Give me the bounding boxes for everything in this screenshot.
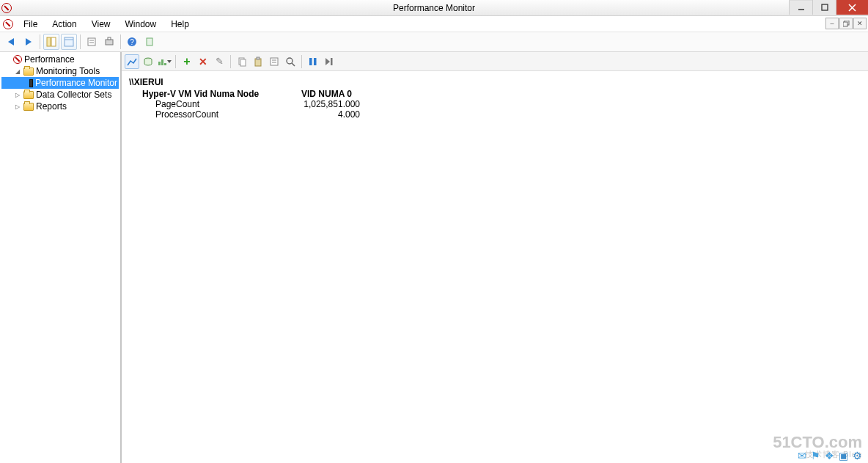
svg-rect-10 <box>88 38 95 45</box>
expander-icon[interactable] <box>3 56 11 64</box>
report-counter-row: PageCount 1,025,851.000 <box>129 99 861 109</box>
report-host: \\XIERUI <box>129 77 861 87</box>
expander-icon[interactable]: ▷ <box>13 103 21 111</box>
x-icon: ✕ <box>199 56 207 68</box>
counter-value: 4.000 <box>287 109 360 120</box>
tray-icon[interactable]: ✉ <box>798 450 806 462</box>
svg-marker-33 <box>326 58 330 65</box>
tree-performance-monitor[interactable]: Performance Monitor <box>1 77 119 89</box>
paste-icon <box>253 56 263 67</box>
tray-icons: ✉ ⚑ ❖ ▣ ⚙ <box>798 450 862 462</box>
export-icon <box>104 37 114 47</box>
update-button[interactable] <box>322 54 336 69</box>
view-log-button[interactable] <box>141 54 155 69</box>
mdi-close-button[interactable]: ✕ <box>853 18 867 29</box>
toolbar-separator <box>175 55 176 68</box>
expander-icon[interactable]: ◢ <box>13 68 21 76</box>
report-instance: VID NUMA 0 <box>287 89 352 99</box>
menu-view[interactable]: View <box>84 17 118 32</box>
zoom-button[interactable] <box>283 54 298 69</box>
tree-pane[interactable]: Performance ◢ Monitoring Tools Performan… <box>0 52 121 463</box>
app-icon-small <box>3 19 13 29</box>
svg-rect-14 <box>108 37 111 40</box>
zoom-icon <box>285 56 295 67</box>
tray-icon[interactable]: ⚙ <box>853 450 862 462</box>
tree-data-collector-sets[interactable]: ▷ Data Collector Sets <box>1 89 119 101</box>
app-icon <box>0 3 16 13</box>
add-counter-button[interactable]: + <box>180 54 194 69</box>
svg-rect-8 <box>65 37 73 46</box>
svg-rect-1 <box>822 4 828 10</box>
toolbar-separator <box>230 55 231 68</box>
forward-button[interactable] <box>21 34 37 50</box>
toolbar-separator <box>40 34 40 49</box>
menu-action[interactable]: Action <box>45 17 84 32</box>
content-pane: + ✕ ✎ \\XIERUI <box>121 52 868 463</box>
svg-rect-5 <box>843 22 847 26</box>
pause-icon <box>309 57 317 66</box>
perf-icon <box>13 55 22 64</box>
tray-icon[interactable]: ⚑ <box>811 450 820 462</box>
misc-button[interactable] <box>141 34 158 50</box>
counter-name: ProcessorCount <box>129 109 287 120</box>
paste-button[interactable] <box>251 54 265 69</box>
menu-help[interactable]: Help <box>163 17 196 32</box>
view-current-button[interactable] <box>125 54 139 69</box>
expander-spacer <box>25 79 27 87</box>
graphtype-icon <box>157 56 166 67</box>
maximize-button[interactable] <box>812 0 836 15</box>
doc-icon <box>144 37 155 47</box>
minimize-button[interactable] <box>789 0 812 15</box>
tray-icon[interactable]: ❖ <box>825 450 834 462</box>
mdi-minimize-button[interactable]: – <box>825 18 839 29</box>
tree-root-performance[interactable]: Performance <box>1 54 119 65</box>
change-graph-type-button[interactable] <box>157 54 172 69</box>
export-button[interactable] <box>101 34 117 50</box>
highlight-button[interactable]: ✎ <box>212 54 227 69</box>
tree-label: Data Collector Sets <box>36 90 111 100</box>
svg-rect-7 <box>51 37 56 46</box>
folder-icon <box>23 103 34 111</box>
perfmon-toolbar: + ✕ ✎ <box>122 52 868 71</box>
tree-label: Performance Monitor <box>35 78 117 88</box>
help-button[interactable]: ? <box>124 34 140 50</box>
show-hide-action-button[interactable] <box>61 34 77 50</box>
tree-reports[interactable]: ▷ Reports <box>1 101 119 112</box>
mdi-restore-button[interactable] <box>839 18 853 29</box>
tree-monitoring-tools[interactable]: ◢ Monitoring Tools <box>1 65 119 77</box>
report-category: Hyper-V VM Vid Numa Node <box>129 89 287 99</box>
body: Performance ◢ Monitoring Tools Performan… <box>0 52 868 463</box>
menu-file[interactable]: File <box>16 17 45 32</box>
properties-icon <box>87 37 97 47</box>
svg-rect-23 <box>240 59 246 66</box>
svg-point-29 <box>287 58 293 64</box>
tree-label: Performance <box>24 54 75 65</box>
svg-rect-13 <box>106 40 113 45</box>
copy-icon <box>237 56 247 67</box>
svg-line-30 <box>292 63 295 66</box>
svg-rect-26 <box>271 58 278 65</box>
menu-bar: File Action View Window Help – ✕ <box>0 16 868 32</box>
close-button[interactable] <box>836 0 868 15</box>
properties-button[interactable] <box>84 34 100 50</box>
mmc-toolbar: ? <box>0 32 868 52</box>
show-hide-tree-button[interactable] <box>43 34 59 50</box>
expander-icon[interactable]: ▷ <box>13 91 21 99</box>
menu-window[interactable]: Window <box>118 17 164 32</box>
freeze-button[interactable] <box>306 54 320 69</box>
counter-properties-button[interactable] <box>267 54 282 69</box>
title-bar: Performance Monitor <box>0 0 868 16</box>
log-icon <box>143 56 153 67</box>
tree-label: Reports <box>36 101 67 112</box>
tray-icon[interactable]: ▣ <box>839 450 848 462</box>
svg-rect-20 <box>161 59 163 65</box>
svg-rect-34 <box>331 58 333 65</box>
properties-icon <box>269 56 279 67</box>
delete-counter-button[interactable]: ✕ <box>196 54 210 69</box>
folder-icon <box>23 91 34 99</box>
counter-value: 1,025,851.000 <box>287 99 360 109</box>
svg-rect-19 <box>158 62 161 65</box>
back-button[interactable] <box>3 34 19 50</box>
pencil-icon: ✎ <box>216 56 224 67</box>
copy-button[interactable] <box>235 54 249 69</box>
